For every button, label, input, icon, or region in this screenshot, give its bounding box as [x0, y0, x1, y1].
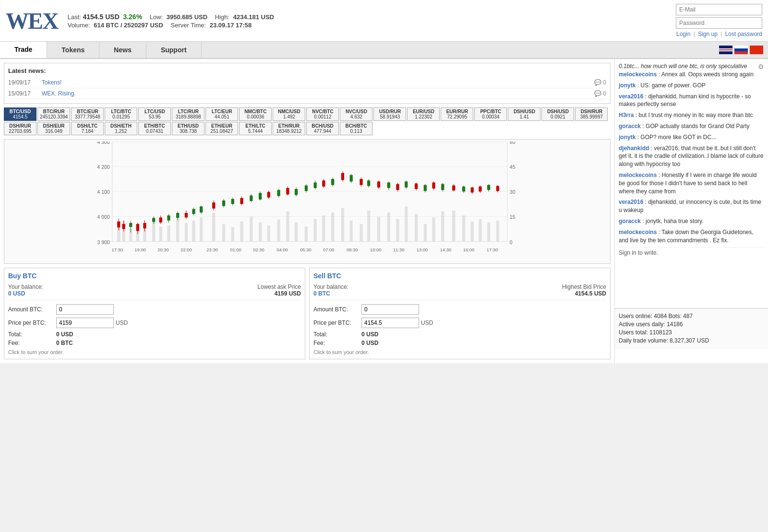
chat-msg-7: melockecoins : Honestly if I were in cha… — [619, 171, 764, 195]
pair-btn-btcrur[interactable]: BTC/RUR245120.3394 — [37, 107, 70, 121]
sell-bid-label: Highest Bid Price — [562, 284, 606, 290]
svg-rect-44 — [360, 224, 362, 241]
nav-tokens[interactable]: Tokens — [47, 42, 99, 58]
flag-uk[interactable] — [719, 46, 732, 54]
news-link-2[interactable]: WEX. Rising. — [42, 90, 590, 97]
sell-amount-input[interactable] — [361, 304, 419, 315]
sell-title: Sell BTC — [313, 272, 606, 280]
signup-link[interactable]: Sign up — [698, 31, 718, 37]
chat-user-10: melockecoins — [619, 229, 657, 236]
pair-btn-nvcusd[interactable]: NVC/USD4.632 — [340, 107, 372, 121]
svg-rect-50 — [415, 214, 418, 241]
sell-balance-row: Your balance: 0 BTC Highest Bid Price 41… — [313, 284, 606, 300]
buy-total-row: Total: 0 USD — [8, 331, 301, 338]
last-value: 4154.5 USD — [83, 13, 120, 21]
pair-btn-dshrur1[interactable]: DSH/RUR385.99997 — [575, 107, 608, 121]
pair-btn-usdrur[interactable]: USD/RUR58.91943 — [373, 107, 406, 121]
pair-btn-nvcbtc[interactable]: NVC/BTC0.00112 — [306, 107, 339, 121]
header: WEX Last: 4154.5 USD 3.26% Low: 3950.685… — [0, 0, 768, 42]
svg-rect-52 — [432, 217, 435, 241]
chat-user-5: jonytk — [619, 134, 636, 141]
pair-btn-dshrur2[interactable]: DSH/RUR22703.695 — [4, 122, 36, 135]
sell-total-row: Total: 0 USD — [313, 331, 606, 338]
pair-btn-btceur[interactable]: BTC/EUR3377.79548 — [71, 107, 104, 121]
pair-btn-bchbtc[interactable]: BCH/BTC0.113 — [340, 122, 372, 135]
pair-btn-ltcbtc[interactable]: LTC/BTC0.01295 — [105, 107, 137, 121]
pair-btn-ethusd[interactable]: ETH/USD308.738 — [172, 122, 204, 135]
pair-btn-nmcbtc[interactable]: NMC/BTC0.00036 — [239, 107, 272, 121]
chat-text-0: : Annex all. Oops weeds strong again — [659, 71, 754, 78]
news-item-1: 19/09/17 Tokens! 💬 0 — [8, 77, 606, 88]
pair-btn-btcusd[interactable]: BTC/USD4154.5 — [4, 107, 36, 121]
buy-amount-row: Amount BTC: — [8, 304, 301, 315]
pair-btn-dshusd1[interactable]: DSH/USD1.41 — [508, 107, 540, 121]
sign-in-message: Sign in to write. — [619, 247, 764, 258]
svg-rect-115 — [350, 175, 353, 182]
sell-balance-label: Your balance: — [313, 284, 348, 290]
svg-rect-67 — [129, 223, 132, 227]
password-input[interactable] — [676, 17, 762, 29]
sell-hint: Click to sum your order. — [313, 349, 606, 355]
stat-daily-volume: Daily trade volume: 8,327,307 USD — [619, 337, 764, 344]
svg-rect-143 — [462, 187, 465, 191]
nav-support[interactable]: Support — [146, 42, 202, 58]
pair-btn-dshltc[interactable]: DSH/LTC7.184 — [71, 122, 104, 135]
buy-hint: Click to sum your order. — [8, 349, 301, 355]
sell-box: Sell BTC Your balance: 0 BTC Highest Bid… — [309, 268, 611, 359]
buy-total-val: 0 USD — [56, 331, 73, 338]
chat-user-8: vera2016 — [619, 199, 643, 205]
chat-scroll[interactable]: 0.1btc... how much will one btc, is only… — [615, 59, 768, 308]
pair-btn-dsheur[interactable]: DSH/EUR316.049 — [37, 122, 70, 135]
chat-user-1: jonytk — [619, 82, 636, 89]
volume-btc: 614 BTC — [94, 22, 119, 29]
pair-btn-bchusd[interactable]: BCH/USD477.944 — [306, 122, 339, 135]
pair-btn-ltceur[interactable]: LTC/EUR44.051 — [205, 107, 238, 121]
news-link-1[interactable]: Tokens! — [42, 79, 590, 86]
email-input[interactable] — [676, 4, 762, 15]
pair-btn-ethbtc[interactable]: ETH/BTC0.07431 — [138, 122, 171, 135]
lost-password-link[interactable]: Lost password — [725, 31, 762, 37]
pair-btn-ethltc[interactable]: ETH/LTC5.7444 — [239, 122, 272, 135]
pair-btn-dshusd2[interactable]: DSH/USD0.0921 — [541, 107, 574, 121]
pair-btn-ltcrur[interactable]: LTC/RUR3189.88898 — [172, 107, 204, 121]
pair-btn-ppcbtc[interactable]: PPC/BTC0.00034 — [474, 107, 507, 121]
separator2: | — [720, 31, 723, 37]
pair-btn-ltcusd[interactable]: LTC/USD53.95 — [138, 107, 171, 121]
sell-total-label: Total: — [313, 331, 361, 338]
buy-price-row: Price per BTC: USD — [8, 318, 301, 328]
buy-price-input[interactable] — [56, 318, 114, 328]
svg-text:15: 15 — [510, 214, 516, 220]
buy-amount-label: Amount BTC: — [8, 306, 56, 313]
sell-price-input[interactable] — [361, 318, 419, 328]
nav-trade[interactable]: Trade — [0, 42, 47, 58]
left-panel: Latest news: 19/09/17 Tokens! 💬 0 15/09/… — [0, 59, 614, 363]
chat-msg-0: melockecoins : Annex all. Oops weeds str… — [619, 71, 764, 79]
svg-rect-45 — [367, 211, 370, 242]
svg-rect-77 — [167, 215, 170, 220]
pair-btn-nmcusd[interactable]: NMC/USD1.492 — [273, 107, 305, 121]
pair-btn-eurrur[interactable]: EUR/RUR72.29095 — [441, 107, 473, 121]
svg-text:01:00: 01:00 — [230, 248, 241, 252]
chat-initial: 0.1btc... how much will one btc, is only… — [619, 63, 747, 70]
svg-rect-134 — [432, 182, 435, 189]
svg-rect-47 — [387, 213, 390, 241]
pair-btn-ethrur[interactable]: ETH/RUR18348.9212 — [273, 122, 305, 135]
svg-rect-75 — [152, 218, 155, 222]
nav-news[interactable]: News — [99, 42, 146, 58]
buy-ask-label: Lowest ask Price — [257, 284, 301, 290]
chat-text-9: : jonytk, haha true story. — [642, 218, 703, 225]
svg-text:14:30: 14:30 — [440, 248, 451, 252]
flag-ru[interactable] — [734, 46, 748, 54]
svg-text:16:00: 16:00 — [463, 248, 474, 252]
pair-btn-eurusd[interactable]: EUR/USD1.22302 — [407, 107, 440, 121]
pair-btn-dsheth[interactable]: DSH/ETH1.252 — [105, 122, 137, 135]
chart-svg: 4 300 4 200 4 100 4 000 3 900 60 45 30 1… — [6, 142, 608, 261]
login-link[interactable]: Login — [676, 31, 690, 37]
pair-btn-etheur[interactable]: ETH/EUR251.08427 — [205, 122, 238, 135]
sell-bid-val: 4154.5 USD — [562, 290, 606, 297]
gear-icon[interactable]: ⚙ — [758, 63, 764, 71]
flag-cn[interactable] — [750, 46, 763, 54]
svg-text:07:00: 07:00 — [323, 248, 334, 252]
buy-amount-input[interactable] — [56, 304, 114, 315]
nav: Trade Tokens News Support — [0, 42, 768, 59]
